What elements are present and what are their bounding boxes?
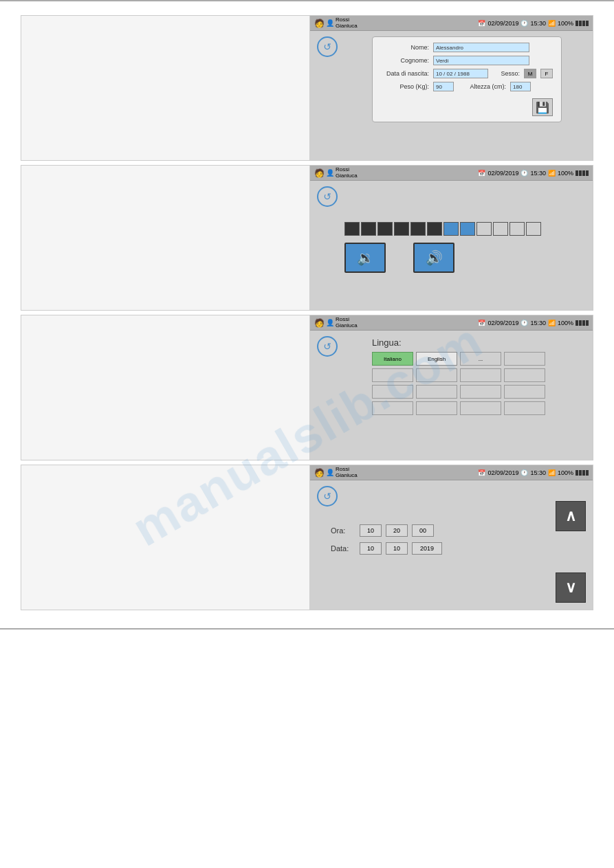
nav-up-button[interactable]: ∧ xyxy=(556,501,586,531)
right-panel-3: 🧑 👤 Rossi Gianluca 📅 02/09/2019 🕐 15:30 … xyxy=(310,315,593,460)
bat-bar xyxy=(582,470,585,476)
volume-up-button[interactable]: 🔊 xyxy=(413,243,454,273)
data-nascita-input[interactable] xyxy=(433,69,488,78)
screen-row-1: 🧑 👤 Rossi Gianluca 📅 02/09/2019 🕐 15:30 … xyxy=(21,15,593,161)
cognome-label: Cognome: xyxy=(381,57,429,64)
lang-btn-13[interactable] xyxy=(372,401,413,415)
date-3: 02/09/2019 xyxy=(487,320,518,326)
lang-btn-8[interactable] xyxy=(504,368,545,382)
lang-btn-7[interactable] xyxy=(460,368,501,382)
status-right-3: 📅 02/09/2019 🕐 15:30 📶 100% xyxy=(478,320,589,326)
person-icon-4: 👤 xyxy=(326,469,334,476)
screen-content-4: ↻ Ora: 10 20 00 Data: 10 10 xyxy=(310,480,593,610)
lang-btn-12[interactable] xyxy=(504,385,545,399)
refresh-icon-3: ↻ xyxy=(323,341,331,352)
lingua-title: Lingua: xyxy=(372,337,545,348)
sesso-label: Sesso: xyxy=(492,70,520,77)
data-month-field[interactable]: 10 xyxy=(386,542,408,555)
page-wrapper: 🧑 👤 Rossi Gianluca 📅 02/09/2019 🕐 15:30 … xyxy=(0,0,614,630)
volume-down-button[interactable]: 🔉 xyxy=(344,243,386,273)
vol-seg-4 xyxy=(394,222,409,236)
data-label: Data: xyxy=(331,544,355,553)
left-panel-1 xyxy=(21,16,310,160)
right-panel-2: 🧑 👤 Rossi Gianluca 📅 02/09/2019 🕐 15:30 … xyxy=(310,166,593,310)
date-1: 02/09/2019 xyxy=(487,20,518,27)
nav-down-button[interactable]: ∨ xyxy=(556,572,586,603)
status-right-4: 📅 02/09/2019 🕐 15:30 📶 100% xyxy=(478,469,589,476)
date-4: 02/09/2019 xyxy=(487,469,518,476)
vol-seg-8 xyxy=(460,222,475,236)
bat-bar xyxy=(575,21,578,26)
peso-input[interactable] xyxy=(433,82,454,91)
battery-bars-1 xyxy=(575,21,589,26)
left-panel-3 xyxy=(21,315,310,460)
vol-seg-2 xyxy=(361,222,376,236)
lang-btn-10[interactable] xyxy=(416,385,457,399)
refresh-button-3[interactable]: ↻ xyxy=(317,336,338,357)
cognome-input[interactable] xyxy=(433,56,529,65)
lang-btn-16[interactable] xyxy=(504,401,545,415)
vol-seg-3 xyxy=(377,222,393,236)
refresh-icon-1: ↻ xyxy=(323,41,331,52)
lang-btn-9[interactable] xyxy=(372,385,413,399)
volume-down-icon: 🔉 xyxy=(357,249,374,266)
status-bar-2: 🧑 👤 Rossi Gianluca 📅 02/09/2019 🕐 15:30 … xyxy=(310,166,593,181)
vol-seg-1 xyxy=(344,222,360,236)
vol-seg-9 xyxy=(476,222,492,236)
bat-bar xyxy=(575,170,578,176)
sesso-f-button[interactable]: F xyxy=(540,69,553,78)
clock-icon-4: 🕐 xyxy=(520,469,528,476)
vol-seg-6 xyxy=(427,222,442,236)
lang-btn-11[interactable] xyxy=(460,385,501,399)
lang-btn-14[interactable] xyxy=(416,401,457,415)
screen-content-1: ↻ Nome: Cognome: Data di nascita: xyxy=(310,31,593,160)
data-nascita-label: Data di nascita: xyxy=(381,70,429,77)
lang-btn-3[interactable]: ... xyxy=(460,352,501,366)
screen-row-3: 🧑 👤 Rossi Gianluca 📅 02/09/2019 🕐 15:30 … xyxy=(21,315,593,460)
clock-icon-2: 🕐 xyxy=(520,170,528,177)
battery-bars-3 xyxy=(575,320,589,326)
wifi-icon-4: 📶 xyxy=(548,469,556,476)
battery-pct-2: 100% xyxy=(558,170,573,177)
language-grid: Italiano English ... xyxy=(372,352,545,415)
sesso-m-button[interactable]: M xyxy=(524,69,536,78)
bat-bar xyxy=(582,21,585,26)
bat-bar xyxy=(582,170,585,176)
nome-input[interactable] xyxy=(433,43,529,52)
lang-italiano-button[interactable]: Italiano xyxy=(372,352,413,366)
lang-btn-4[interactable] xyxy=(504,352,545,366)
lang-btn-5[interactable] xyxy=(372,368,413,382)
date-2: 02/09/2019 xyxy=(487,170,518,177)
data-day-field[interactable]: 10 xyxy=(360,542,382,555)
screen-row-2: 🧑 👤 Rossi Gianluca 📅 02/09/2019 🕐 15:30 … xyxy=(21,165,593,311)
data-year-field[interactable]: 2019 xyxy=(412,542,442,555)
ora-hour-field[interactable]: 10 xyxy=(360,524,382,537)
refresh-icon-4: ↻ xyxy=(323,491,331,502)
volume-area: 🔉 🔊 xyxy=(344,222,541,273)
ora-min-field[interactable]: 20 xyxy=(386,524,408,537)
person-icon-3: 👤 xyxy=(326,319,334,326)
screen-content-2: ↻ xyxy=(310,181,593,310)
lang-btn-6[interactable] xyxy=(416,368,457,382)
altezza-input[interactable] xyxy=(510,82,531,91)
user-name-1: Rossi Gianluca xyxy=(336,17,358,30)
calendar-icon-4: 📅 xyxy=(478,469,485,476)
bat-bar xyxy=(575,470,578,476)
peso-row: Peso (Kg): Altezza (cm): xyxy=(381,82,553,91)
refresh-button-4[interactable]: ↻ xyxy=(317,486,338,507)
save-button[interactable]: 💾 xyxy=(532,98,553,116)
ora-sec-field[interactable]: 00 xyxy=(412,524,434,537)
clock-icon-3: 🕐 xyxy=(520,320,528,326)
vol-seg-12 xyxy=(526,222,541,236)
lang-btn-15[interactable] xyxy=(460,401,501,415)
bat-bar xyxy=(582,320,585,326)
vol-seg-5 xyxy=(410,222,426,236)
bat-bar xyxy=(579,21,582,26)
refresh-button-2[interactable]: ↻ xyxy=(317,186,338,207)
volume-up-icon: 🔊 xyxy=(426,249,443,266)
refresh-button-1[interactable]: ↻ xyxy=(317,36,338,57)
peso-label: Peso (Kg): xyxy=(381,83,429,90)
bat-bar xyxy=(586,170,589,176)
bat-bar xyxy=(575,320,578,326)
lang-english-button[interactable]: English xyxy=(416,352,457,366)
